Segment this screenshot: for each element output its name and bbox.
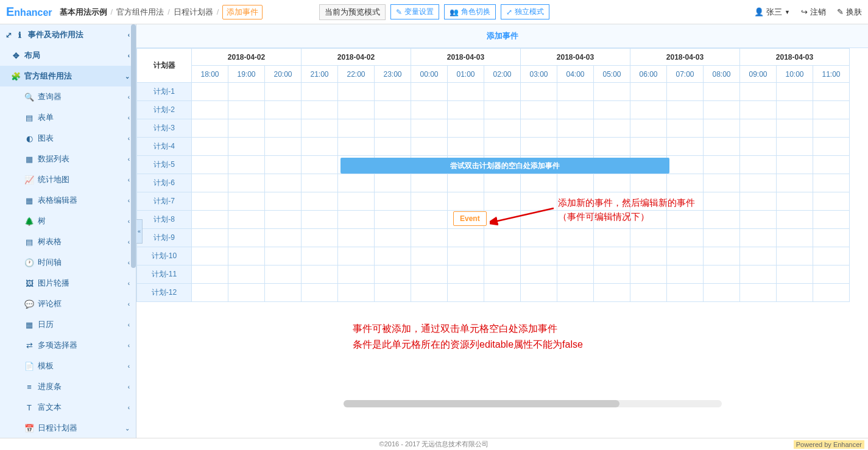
schedule-cell[interactable] — [704, 156, 740, 174]
schedule-cell[interactable] — [667, 119, 704, 138]
schedule-cell[interactable] — [375, 284, 411, 302]
schedule-cell[interactable] — [630, 119, 667, 138]
schedule-cell[interactable] — [557, 247, 594, 265]
schedule-cell[interactable] — [448, 284, 484, 302]
schedule-cell[interactable] — [192, 119, 228, 138]
schedule-cell[interactable] — [594, 265, 630, 284]
schedule-cell[interactable] — [302, 83, 338, 101]
sidebar-item[interactable]: ✥布局‹ — [0, 45, 136, 66]
schedule-cell[interactable] — [448, 101, 484, 119]
schedule-cell[interactable] — [302, 247, 338, 265]
schedule-cell[interactable] — [192, 265, 228, 284]
user-menu[interactable]: 👤张三▼ — [754, 7, 790, 18]
schedule-cell[interactable] — [411, 119, 448, 138]
schedule-cell[interactable] — [521, 174, 557, 192]
schedule-cell[interactable] — [594, 83, 630, 101]
schedule-cell[interactable] — [813, 119, 850, 138]
schedule-cell[interactable] — [557, 284, 594, 302]
schedule-cell[interactable] — [375, 192, 411, 211]
schedule-cell[interactable] — [557, 119, 594, 138]
schedule-cell[interactable] — [740, 247, 777, 265]
sidebar-item[interactable]: ▦日历‹ — [0, 314, 136, 335]
breadcrumb-item[interactable]: 官方组件用法 — [116, 7, 164, 18]
schedule-cell[interactable] — [557, 265, 594, 284]
schedule-cell[interactable] — [302, 119, 338, 138]
schedule-cell[interactable] — [521, 119, 557, 138]
schedule-cell[interactable] — [228, 192, 265, 211]
sidebar-item[interactable]: 📄模板‹ — [0, 356, 136, 376]
schedule-cell[interactable] — [411, 101, 448, 119]
schedule-cell[interactable] — [411, 265, 448, 284]
schedule-cell[interactable] — [411, 229, 448, 247]
schedule-cell[interactable] — [338, 138, 375, 156]
schedule-cell[interactable] — [777, 192, 813, 211]
schedule-cell[interactable] — [557, 229, 594, 247]
schedule-cell[interactable] — [375, 247, 411, 265]
schedule-cell[interactable] — [338, 229, 375, 247]
schedule-cell[interactable] — [740, 174, 777, 192]
schedule-cell[interactable] — [594, 247, 630, 265]
schedule-cell[interactable] — [484, 284, 521, 302]
schedule-cell[interactable] — [594, 138, 630, 156]
event-item[interactable]: Event — [453, 211, 487, 226]
schedule-cell[interactable] — [557, 83, 594, 101]
schedule-cell[interactable] — [813, 247, 850, 265]
sidebar-item[interactable]: 🌲树‹ — [0, 211, 136, 231]
schedule-cell[interactable] — [375, 101, 411, 119]
schedule-cell[interactable] — [704, 174, 740, 192]
schedule-cell[interactable] — [521, 101, 557, 119]
schedule-cell[interactable] — [411, 211, 448, 229]
schedule-cell[interactable] — [630, 83, 667, 101]
schedule-cell[interactable] — [302, 174, 338, 192]
schedule-cell[interactable] — [777, 119, 813, 138]
schedule-cell[interactable] — [228, 138, 265, 156]
schedule-cell[interactable] — [192, 229, 228, 247]
schedule-cell[interactable] — [228, 101, 265, 119]
schedule-cell[interactable] — [302, 138, 338, 156]
schedule-cell[interactable] — [484, 211, 521, 229]
schedule-cell[interactable] — [521, 265, 557, 284]
schedule-cell[interactable] — [192, 192, 228, 211]
schedule-cell[interactable] — [228, 265, 265, 284]
schedule-cell[interactable] — [594, 211, 630, 229]
schedule-cell[interactable] — [557, 101, 594, 119]
schedule-cell[interactable] — [448, 229, 484, 247]
sidebar-item[interactable]: ▦数据列表‹ — [0, 149, 136, 169]
sidebar-item[interactable]: 📈统计地图‹ — [0, 169, 136, 190]
schedule-cell[interactable] — [813, 265, 850, 284]
schedule-cell[interactable] — [704, 265, 740, 284]
schedule-cell[interactable] — [740, 229, 777, 247]
horizontal-scrollbar-thumb[interactable] — [344, 400, 619, 407]
schedule-cell[interactable] — [375, 83, 411, 101]
schedule-cell[interactable] — [704, 284, 740, 302]
schedule-cell[interactable] — [192, 83, 228, 101]
schedule-cell[interactable] — [667, 229, 704, 247]
schedule-cell[interactable] — [813, 138, 850, 156]
schedule-cell[interactable] — [338, 265, 375, 284]
schedule-cell[interactable] — [704, 229, 740, 247]
sidebar-item[interactable]: 📅日程计划器⌄ — [0, 418, 136, 438]
schedule-cell[interactable] — [704, 211, 740, 229]
schedule-cell[interactable] — [667, 192, 704, 211]
sidebar-item[interactable]: 🧩官方组件用法⌄ — [0, 66, 136, 86]
schedule-cell[interactable] — [265, 211, 302, 229]
schedule-cell[interactable] — [813, 284, 850, 302]
schedule-cell[interactable] — [667, 138, 704, 156]
schedule-cell[interactable] — [448, 119, 484, 138]
schedule-cell[interactable] — [704, 101, 740, 119]
sidebar-item[interactable]: 🔍查询器‹ — [0, 86, 136, 107]
sidebar-item[interactable]: ◐图表‹ — [0, 128, 136, 149]
schedule-cell[interactable] — [777, 265, 813, 284]
sidebar-item[interactable]: ▦表格编辑器‹ — [0, 190, 136, 211]
schedule-cell[interactable] — [521, 284, 557, 302]
schedule-cell[interactable] — [265, 284, 302, 302]
schedule-cell[interactable] — [375, 119, 411, 138]
schedule-cell[interactable] — [557, 174, 594, 192]
schedule-cell[interactable] — [777, 229, 813, 247]
sidebar-scrollbar[interactable] — [131, 24, 136, 268]
schedule-cell[interactable] — [667, 265, 704, 284]
schedule-cell[interactable] — [265, 119, 302, 138]
schedule-cell[interactable] — [302, 156, 338, 174]
schedule-cell[interactable] — [448, 265, 484, 284]
schedule-cell[interactable] — [448, 174, 484, 192]
